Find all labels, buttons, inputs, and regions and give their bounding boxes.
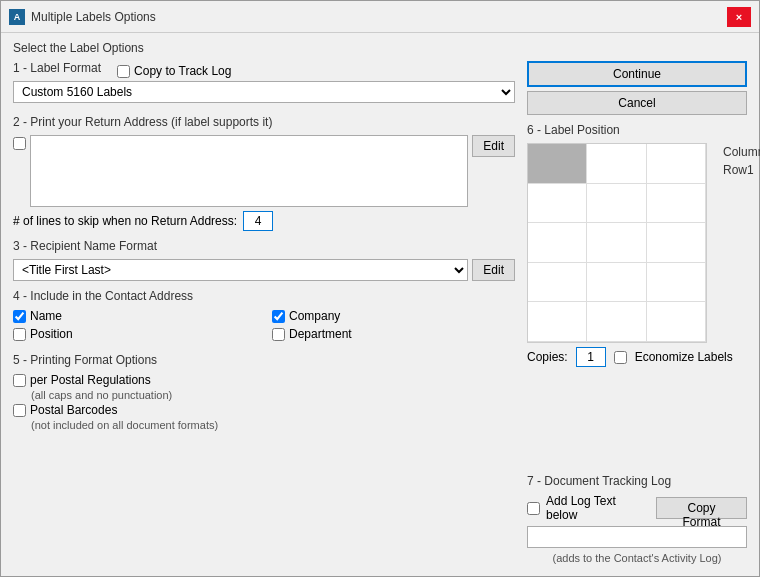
copies-row: Copies: Economize Labels bbox=[527, 347, 747, 367]
label-cell-0-0[interactable] bbox=[528, 144, 587, 184]
main-row: 1 - Label Format Copy to Track Log Custo… bbox=[13, 61, 747, 564]
copy-format-button[interactable]: Copy Format bbox=[656, 497, 747, 519]
close-button[interactable]: × bbox=[727, 7, 751, 27]
label-cell-4-2[interactable] bbox=[647, 302, 706, 342]
include-company-label: Company bbox=[289, 309, 340, 323]
activity-log-note: (adds to the Contact's Activity Log) bbox=[527, 552, 747, 564]
skip-lines-row: # of lines to skip when no Return Addres… bbox=[13, 211, 515, 231]
include-name-checkbox[interactable] bbox=[13, 310, 26, 323]
include-company-checkbox[interactable] bbox=[272, 310, 285, 323]
skip-lines-input[interactable] bbox=[243, 211, 273, 231]
recipient-name-format-select[interactable]: <Title First Last> bbox=[13, 259, 468, 281]
label-cell-2-0[interactable] bbox=[528, 223, 587, 263]
return-address-checkbox[interactable] bbox=[13, 137, 26, 150]
label-grid-with-labels: Column1 Row1 bbox=[527, 143, 747, 343]
label-cell-4-1[interactable] bbox=[587, 302, 646, 342]
section2-label: 2 - Print your Return Address (if label … bbox=[13, 115, 515, 129]
log-text-input[interactable] bbox=[527, 526, 747, 548]
section1: 1 - Label Format Copy to Track Log Custo… bbox=[13, 61, 515, 107]
copy-to-track-log-row: Copy to Track Log bbox=[117, 64, 231, 78]
label-cell-1-2[interactable] bbox=[647, 184, 706, 224]
postal-regulations-checkbox[interactable] bbox=[13, 374, 26, 387]
label-cell-0-1[interactable] bbox=[587, 144, 646, 184]
postal-regulations-row: per Postal Regulations bbox=[13, 373, 515, 387]
section5-label: 5 - Printing Format Options bbox=[13, 353, 515, 367]
section6-label: 6 - Label Position bbox=[527, 123, 747, 137]
postal-barcodes-checkbox[interactable] bbox=[13, 404, 26, 417]
grid-labels: Column1 Row1 bbox=[715, 145, 760, 343]
section1-header-row: 1 - Label Format Copy to Track Log bbox=[13, 61, 515, 81]
include-department-checkbox[interactable] bbox=[272, 328, 285, 341]
section2: 2 - Print your Return Address (if label … bbox=[13, 115, 515, 231]
label-cell-2-2[interactable] bbox=[647, 223, 706, 263]
postal-barcodes-subtext: (not included on all document formats) bbox=[31, 419, 515, 431]
copy-format-row: Add Log Text below Copy Format bbox=[527, 494, 747, 522]
dialog-content: Select the Label Options 1 - Label Forma… bbox=[1, 33, 759, 576]
economize-labels-checkbox[interactable] bbox=[614, 351, 627, 364]
right-panel: Continue Cancel 6 - Label Position bbox=[527, 61, 747, 564]
include-department-label: Department bbox=[289, 327, 352, 341]
copy-to-track-log-label: Copy to Track Log bbox=[134, 64, 231, 78]
label-cell-2-1[interactable] bbox=[587, 223, 646, 263]
title-bar: A Multiple Labels Options × bbox=[1, 1, 759, 33]
postal-regulations-label: per Postal Regulations bbox=[30, 373, 151, 387]
copies-input[interactable] bbox=[576, 347, 606, 367]
title-bar-left: A Multiple Labels Options bbox=[9, 9, 156, 25]
label-cell-1-1[interactable] bbox=[587, 184, 646, 224]
section3-label: 3 - Recipient Name Format bbox=[13, 239, 515, 253]
section6: 6 - Label Position bbox=[527, 123, 747, 466]
section5-items: per Postal Regulations (all caps and no … bbox=[13, 373, 515, 431]
section4-grid: Name Company Position Department bbox=[13, 309, 515, 341]
label-cell-3-0[interactable] bbox=[528, 263, 587, 303]
include-name-label: Name bbox=[30, 309, 62, 323]
economize-labels-label: Economize Labels bbox=[635, 350, 733, 364]
dialog-window: A Multiple Labels Options × Select the L… bbox=[0, 0, 760, 577]
label-cell-1-0[interactable] bbox=[528, 184, 587, 224]
label-cell-3-2[interactable] bbox=[647, 263, 706, 303]
section5: 5 - Printing Format Options per Postal R… bbox=[13, 353, 515, 431]
continue-button[interactable]: Continue bbox=[527, 61, 747, 87]
add-log-text-checkbox[interactable] bbox=[527, 502, 540, 515]
label-position-grid[interactable] bbox=[527, 143, 707, 343]
label-cell-0-2[interactable] bbox=[647, 144, 706, 184]
label-grid-wrapper bbox=[527, 143, 707, 343]
action-buttons: Continue Cancel bbox=[527, 61, 747, 115]
section3-inner: <Title First Last> Edit bbox=[13, 259, 515, 281]
left-panel: 1 - Label Format Copy to Track Log Custo… bbox=[13, 61, 515, 564]
include-position-checkbox[interactable] bbox=[13, 328, 26, 341]
include-position-row: Position bbox=[13, 327, 256, 341]
recipient-edit-button[interactable]: Edit bbox=[472, 259, 515, 281]
skip-lines-label: # of lines to skip when no Return Addres… bbox=[13, 214, 237, 228]
dialog-title: Multiple Labels Options bbox=[31, 10, 156, 24]
include-company-row: Company bbox=[272, 309, 515, 323]
section1-label: 1 - Label Format bbox=[13, 61, 101, 75]
app-icon: A bbox=[9, 9, 25, 25]
include-department-row: Department bbox=[272, 327, 515, 341]
section4: 4 - Include in the Contact Address Name … bbox=[13, 289, 515, 341]
section7-label: 7 - Document Tracking Log bbox=[527, 474, 747, 488]
row-label: Row1 bbox=[723, 163, 760, 177]
include-position-label: Position bbox=[30, 327, 73, 341]
add-log-text-label: Add Log Text below bbox=[546, 494, 650, 522]
label-cell-3-1[interactable] bbox=[587, 263, 646, 303]
section2-inner: Edit bbox=[13, 135, 515, 207]
section3: 3 - Recipient Name Format <Title First L… bbox=[13, 239, 515, 281]
copies-label: Copies: bbox=[527, 350, 568, 364]
postal-regulations-subtext: (all caps and no punctuation) bbox=[31, 389, 515, 401]
label-cell-4-0[interactable] bbox=[528, 302, 587, 342]
cancel-button[interactable]: Cancel bbox=[527, 91, 747, 115]
postal-barcodes-label: Postal Barcodes bbox=[30, 403, 117, 417]
copy-to-track-log-checkbox[interactable] bbox=[117, 65, 130, 78]
include-name-row: Name bbox=[13, 309, 256, 323]
return-address-textarea[interactable] bbox=[30, 135, 468, 207]
section7-content: Add Log Text below Copy Format (adds to … bbox=[527, 494, 747, 564]
label-format-select[interactable]: Custom 5160 Labels bbox=[13, 81, 515, 103]
section7: 7 - Document Tracking Log Add Log Text b… bbox=[527, 474, 747, 564]
select-label-options-header: Select the Label Options bbox=[13, 41, 747, 55]
column-label: Column1 bbox=[723, 145, 760, 159]
section4-label: 4 - Include in the Contact Address bbox=[13, 289, 515, 303]
postal-barcodes-row: Postal Barcodes bbox=[13, 403, 515, 417]
return-address-edit-button[interactable]: Edit bbox=[472, 135, 515, 157]
